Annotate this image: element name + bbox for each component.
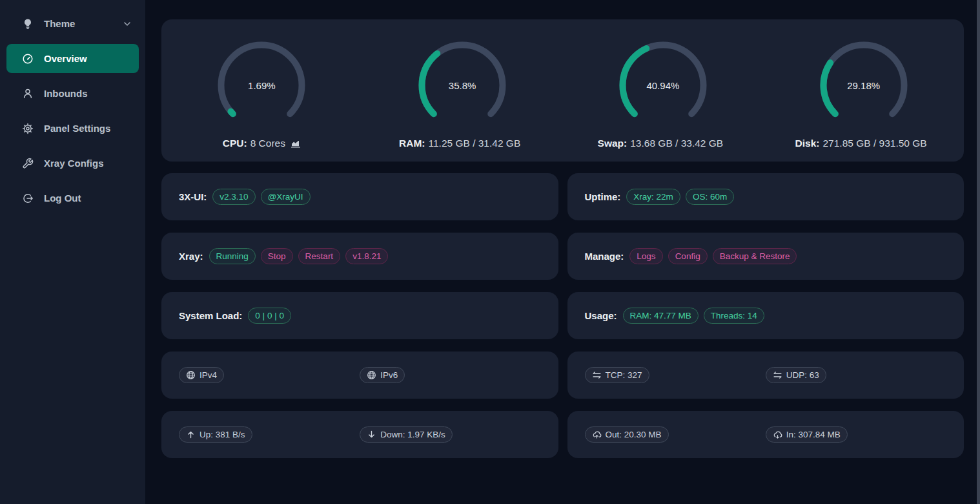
tag-label: IPv4: [199, 368, 217, 382]
card-label: 3X-UI:: [179, 191, 207, 202]
dashboard-icon: [22, 53, 34, 65]
gauge-percent: 40.94%: [615, 37, 711, 134]
ram-gauge-arc: 35.8%: [414, 37, 511, 134]
gear-icon: [22, 123, 34, 134]
connections-card: TCP: 327UDP: 63: [567, 352, 965, 399]
app-root: Theme Overview Inbounds: [0, 0, 980, 504]
gauge-percent: 29.18%: [815, 37, 912, 134]
system-load-tag: 0 | 0 | 0: [248, 308, 291, 324]
tcp-count-tag: TCP: 327: [585, 367, 649, 383]
wrench-icon: [22, 158, 34, 169]
card-label: Manage:: [585, 251, 624, 262]
restart-button[interactable]: Restart: [298, 248, 341, 264]
tag-label: @XrayUI: [268, 190, 303, 204]
gauge-label: RAM:: [399, 138, 425, 149]
system-gauges-card: 1.69% CPU: 8 Cores 35.8% RAM:: [161, 19, 964, 162]
xray-control-card: Xray: RunningStopRestartv1.8.21: [161, 233, 558, 280]
tag-label: OS: 60m: [693, 190, 727, 204]
tag-label: UDP: 63: [786, 368, 819, 382]
tag-label: IPv6: [380, 368, 398, 382]
tag-label: RAM: 47.77 MB: [630, 309, 691, 322]
tag-label: Xray: 22m: [633, 190, 673, 204]
traffic-in-tag: In: 307.84 MB: [766, 426, 848, 443]
card-label: Xray:: [179, 251, 203, 262]
globe-icon: [367, 370, 376, 380]
config-button[interactable]: Config: [668, 248, 708, 264]
area-chart-icon[interactable]: [291, 139, 301, 148]
swap-gauge: 40.94% Swap: 13.68 GB / 33.42 GB: [563, 37, 764, 149]
uptime-card: Uptime: Xray: 22mOS: 60m: [567, 173, 965, 220]
backup-restore-button[interactable]: Backup & Restore: [713, 248, 797, 264]
xray-version-tag[interactable]: v1.8.21: [345, 248, 388, 264]
ram-usage-tag: RAM: 47.77 MB: [623, 308, 699, 324]
tag-label: Out: 20.30 MB: [606, 428, 662, 441]
gauge-percent: 1.69%: [213, 37, 310, 134]
panel-version-tag[interactable]: v2.3.10: [212, 189, 255, 205]
upload-speed-tag: Up: 381 B/s: [179, 426, 252, 443]
tag-label: v1.8.21: [352, 249, 381, 263]
gauge-percent: 35.8%: [414, 37, 511, 134]
logs-button[interactable]: Logs: [629, 248, 662, 264]
gauge-detail: 271.85 GB / 931.50 GB: [823, 138, 927, 149]
sidebar-item-inbounds[interactable]: Inbounds: [6, 79, 139, 108]
traffic-card: Out: 20.30 MBIn: 307.84 MB: [567, 411, 965, 458]
panel-info-card: 3X-UI: v2.3.10@XrayUI: [161, 173, 558, 220]
sidebar-item-xray-configs[interactable]: Xray Configs: [6, 149, 139, 178]
tag-label: v2.3.10: [219, 190, 248, 204]
usage-card: Usage: RAM: 47.77 MBThreads: 14: [567, 292, 965, 339]
card-label: Uptime:: [585, 191, 621, 202]
swap-icon: [592, 370, 602, 380]
telegram-channel-tag[interactable]: @XrayUI: [261, 189, 311, 205]
info-cards-grid: 3X-UI: v2.3.10@XrayUI Uptime: Xray: 22mO…: [161, 173, 964, 458]
swap-icon: [773, 370, 782, 380]
tag-label: Logs: [637, 249, 655, 263]
tag-label: Stop: [268, 249, 286, 263]
arrow-up-icon: [186, 430, 196, 439]
logout-icon: [22, 193, 34, 204]
tag-label: Config: [675, 249, 700, 263]
chevron-down-icon: [123, 20, 131, 28]
udp-count-tag: UDP: 63: [766, 367, 826, 383]
swap-gauge-arc: 40.94%: [615, 37, 711, 134]
cpu-gauge: 1.69% CPU: 8 Cores: [161, 37, 362, 149]
traffic-out-tag: Out: 20.30 MB: [585, 426, 669, 443]
scrollbar[interactable]: [977, 0, 980, 504]
sidebar: Theme Overview Inbounds: [0, 0, 145, 504]
card-label: System Load:: [179, 310, 242, 321]
sidebar-item-label: Theme: [44, 18, 75, 29]
ipv6-tag: IPv6: [360, 367, 405, 383]
sidebar-item-panel-settings[interactable]: Panel Settings: [6, 114, 139, 143]
sidebar-item-label: Xray Configs: [44, 158, 104, 169]
card-label: Usage:: [585, 310, 617, 321]
tag-label: TCP: 327: [606, 368, 642, 382]
download-speed-tag: Down: 1.97 KB/s: [360, 426, 453, 443]
sidebar-item-overview[interactable]: Overview: [6, 44, 139, 73]
tag-label: Restart: [305, 249, 334, 263]
sidebar-item-label: Log Out: [44, 193, 81, 204]
gauge-label: Disk:: [795, 138, 820, 149]
ipv4-tag: IPv4: [179, 367, 224, 383]
lightbulb-icon: [22, 18, 34, 30]
xray-uptime-tag: Xray: 22m: [626, 189, 680, 205]
main-content: 1.69% CPU: 8 Cores 35.8% RAM:: [145, 0, 980, 504]
stop-button[interactable]: Stop: [261, 248, 293, 264]
sidebar-item-theme[interactable]: Theme: [6, 9, 139, 38]
gauge-detail: 13.68 GB / 33.42 GB: [630, 138, 723, 149]
user-icon: [22, 88, 34, 100]
ram-gauge: 35.8% RAM: 11.25 GB / 31.42 GB: [362, 37, 563, 149]
tag-label: In: 307.84 MB: [786, 428, 841, 441]
tag-label: Threads: 14: [711, 309, 757, 322]
gauge-detail: 8 Cores: [250, 138, 285, 149]
manage-card: Manage: LogsConfigBackup & Restore: [567, 233, 965, 280]
sidebar-item-label: Overview: [44, 53, 87, 64]
disk-gauge: 29.18% Disk: 271.85 GB / 931.50 GB: [763, 37, 964, 149]
gauge-detail: 11.25 GB / 31.42 GB: [428, 138, 520, 149]
cloud-download-icon: [773, 430, 782, 439]
sidebar-item-log-out[interactable]: Log Out: [6, 184, 139, 213]
xray-status-tag: Running: [209, 248, 256, 264]
threads-tag: Threads: 14: [704, 308, 764, 324]
disk-gauge-arc: 29.18%: [815, 37, 912, 134]
gauge-label: Swap:: [598, 138, 628, 149]
globe-icon: [186, 370, 196, 380]
tag-label: Backup & Restore: [720, 249, 790, 263]
